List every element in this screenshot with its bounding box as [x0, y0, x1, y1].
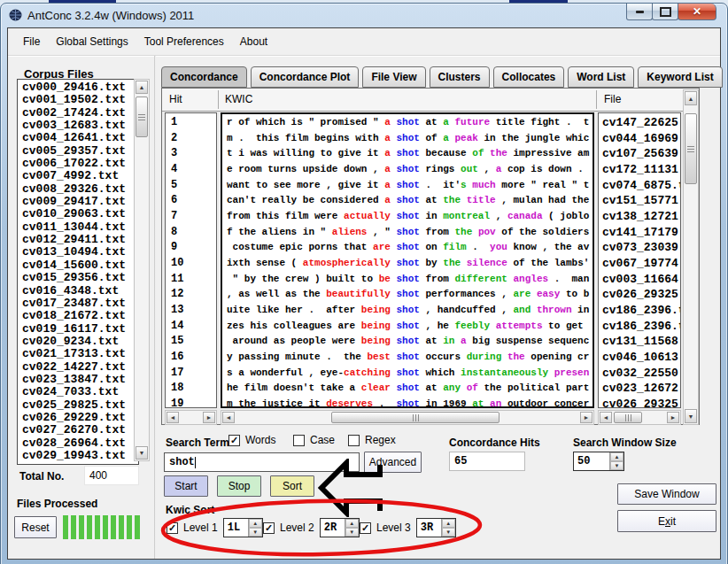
- menu-item-file[interactable]: File: [15, 33, 48, 50]
- exit-button[interactable]: Exit: [617, 510, 716, 532]
- corpus-file-item[interactable]: cv018_21672.txt: [22, 310, 138, 322]
- checkbox-level-2[interactable]: ✓: [263, 522, 275, 534]
- start-button[interactable]: Start: [164, 475, 208, 497]
- kwic-row[interactable]: f the aliens in " aliens , " shot from t…: [227, 225, 592, 241]
- corpus-file-item[interactable]: cv000_29416.txt: [22, 81, 138, 94]
- file-hscrollbar-thumb[interactable]: [614, 412, 642, 423]
- corpus-file-item[interactable]: cv010_29063.txt: [22, 208, 138, 220]
- spinner-down-button[interactable]: ▼: [249, 528, 262, 537]
- file-row[interactable]: cv131_11568.: [602, 334, 680, 350]
- corpus-file-item[interactable]: cv027_26270.txt: [22, 424, 138, 437]
- corpus-file-item[interactable]: cv005_29357.txt: [22, 145, 138, 158]
- tab-clusters[interactable]: Clusters: [430, 66, 490, 88]
- checkbox-regex[interactable]: [348, 435, 360, 446]
- maximize-button[interactable]: [652, 4, 678, 20]
- corpus-file-item[interactable]: cv023_13847.txt: [22, 374, 138, 386]
- kwic-row[interactable]: t i was willing to give it a shot becaus…: [227, 146, 592, 162]
- corpus-file-item[interactable]: cv028_26964.txt: [22, 437, 138, 450]
- menu-item-about[interactable]: About: [232, 33, 275, 50]
- kwic-row[interactable]: want to see more , give it a shot . it's…: [227, 178, 592, 194]
- kwic-row[interactable]: around as people were being shot at in a…: [227, 334, 592, 350]
- stop-button[interactable]: Stop: [217, 475, 261, 497]
- corpus-file-item[interactable]: cv012_29411.txt: [22, 234, 138, 246]
- file-row[interactable]: cv141_17179.: [602, 225, 680, 241]
- scroll-up-button[interactable]: ▲: [685, 91, 697, 105]
- corpus-file-item[interactable]: cv019_16117.txt: [22, 323, 138, 336]
- corpus-file-item[interactable]: cv003_12683.txt: [22, 120, 138, 132]
- search-window-size-spinner[interactable]: 50 ▲ ▼: [573, 452, 624, 471]
- scroll-left-button[interactable]: ◄: [600, 412, 612, 423]
- corpus-file-item[interactable]: cv008_29326.txt: [22, 183, 138, 196]
- tab-concordance-plot[interactable]: Concordance Plot: [251, 66, 360, 88]
- corpus-files-list[interactable]: cv000_29416.txtcv001_19502.txtcv002_1742…: [17, 79, 139, 465]
- corpus-file-item[interactable]: cv017_23487.txt: [22, 297, 138, 310]
- tab-collocates[interactable]: Collocates: [493, 66, 565, 88]
- tab-file-view[interactable]: File View: [362, 66, 425, 88]
- corpus-file-item[interactable]: cv002_17424.txt: [22, 107, 138, 120]
- scroll-up-button[interactable]: ▲: [136, 81, 148, 94]
- hit-list[interactable]: 12345678910111213141516171819: [165, 112, 217, 408]
- spinner-down-button[interactable]: ▼: [610, 461, 623, 470]
- checkbox-level-1[interactable]: ✓: [167, 522, 178, 534]
- kwic-row[interactable]: m the justice it deserves . shot in 1969…: [227, 397, 592, 408]
- file-row[interactable]: cv186_2396.t: [602, 303, 680, 319]
- file-row[interactable]: cv023_12672.: [602, 381, 680, 397]
- title-bar[interactable]: AntConc 3.2.4w (Windows) 2011 ✕: [1, 4, 727, 27]
- scroll-right-button[interactable]: ►: [580, 412, 592, 423]
- spinner-down-button[interactable]: ▼: [345, 528, 359, 537]
- scroll-right-button[interactable]: ►: [203, 412, 215, 423]
- tab-keyword-list[interactable]: Keyword List: [638, 66, 722, 88]
- corpus-file-item[interactable]: cv015_29356.txt: [22, 272, 138, 284]
- corpus-file-item[interactable]: cv026_29229.txt: [22, 412, 138, 424]
- reset-button[interactable]: Reset: [14, 516, 57, 538]
- corpus-scrollbar-thumb[interactable]: [136, 97, 148, 137]
- file-list[interactable]: cv147_22625.cv044_16969.cv107_25639.cv17…: [598, 112, 681, 408]
- corpus-file-item[interactable]: cv025_29825.txt: [22, 399, 138, 412]
- kwic-row[interactable]: from this film were actually shot in mon…: [227, 209, 592, 225]
- kwic-row[interactable]: m . this film begins with a shot of a pe…: [227, 131, 592, 147]
- tab-concordance[interactable]: Concordance: [161, 66, 247, 88]
- file-row[interactable]: cv107_25639.: [602, 146, 680, 162]
- kwic-list[interactable]: r of which is " promised " a shot at a f…: [221, 112, 594, 408]
- kwic-row[interactable]: r of which is " promised " a shot at a f…: [227, 115, 592, 131]
- file-row[interactable]: cv067_19774.: [602, 256, 680, 272]
- file-row[interactable]: cv138_12721.: [602, 209, 680, 225]
- spinner-up-button[interactable]: ▲: [345, 519, 359, 528]
- kwic-row[interactable]: uite like her . after being shot , handc…: [227, 303, 592, 319]
- hit-hscrollbar[interactable]: ◄ ►: [165, 410, 217, 425]
- checkbox-words[interactable]: ✓: [228, 435, 240, 446]
- kwic-row[interactable]: zes his colleagues are being shot , he f…: [227, 319, 592, 335]
- file-row[interactable]: cv073_23039.: [602, 240, 680, 256]
- corpus-file-item[interactable]: cv011_13044.txt: [22, 221, 138, 234]
- spinner-up-button[interactable]: ▲: [442, 519, 455, 528]
- corpus-file-item[interactable]: cv022_14227.txt: [22, 361, 138, 374]
- file-row[interactable]: cv151_15771.: [602, 193, 680, 209]
- corpus-file-item[interactable]: cv014_15600.txt: [22, 259, 138, 272]
- checkbox-level-3[interactable]: ✓: [360, 522, 371, 534]
- search-input[interactable]: shot: [164, 452, 360, 472]
- minimize-button[interactable]: [626, 4, 653, 20]
- menu-item-tool-preferences[interactable]: Tool Preferences: [136, 33, 232, 50]
- file-row[interactable]: cv147_22625.: [602, 115, 680, 131]
- file-row[interactable]: cv074_6875.t: [602, 178, 680, 194]
- spinner-level-3[interactable]: 3R▲▼: [416, 518, 456, 537]
- corpus-file-item[interactable]: cv029_19943.txt: [22, 450, 138, 462]
- corpus-file-item[interactable]: cv009_29417.txt: [22, 196, 138, 208]
- kwic-row[interactable]: costume epic porns that are shot on film…: [227, 240, 592, 256]
- table-vscrollbar-thumb[interactable]: [685, 113, 697, 184]
- sort-button[interactable]: Sort: [270, 475, 314, 497]
- file-row[interactable]: cv003_11664.: [602, 272, 680, 288]
- kwic-row[interactable]: ixth sense ( atmospherically shot by the…: [227, 256, 592, 272]
- corpus-scrollbar[interactable]: ▲ ▼: [134, 79, 150, 461]
- scroll-down-button[interactable]: ▼: [685, 409, 697, 423]
- scroll-left-button[interactable]: ◄: [222, 412, 235, 423]
- kwic-row[interactable]: can't really be considered a shot at the…: [227, 193, 592, 209]
- advanced-button[interactable]: Advanced: [364, 452, 422, 473]
- corpus-file-item[interactable]: cv016_4348.txt: [22, 285, 138, 297]
- spinner-down-button[interactable]: ▼: [442, 528, 455, 537]
- corpus-file-item[interactable]: cv020_9234.txt: [22, 336, 138, 348]
- table-vscrollbar[interactable]: ▲ ▼: [683, 89, 699, 425]
- file-row[interactable]: cv186_2396.t: [602, 319, 680, 335]
- checkbox-case[interactable]: [293, 435, 305, 446]
- spinner-level-1[interactable]: 1L▲▼: [223, 518, 263, 537]
